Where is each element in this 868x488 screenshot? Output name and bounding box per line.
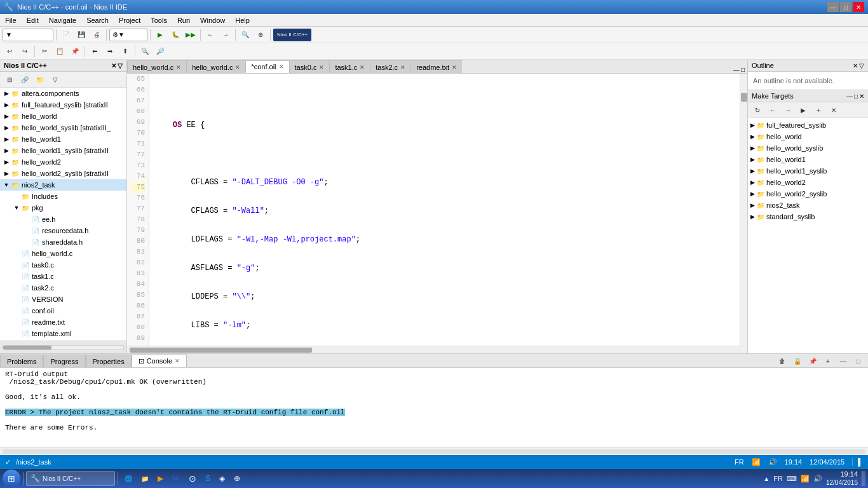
tree-item-hw2-syslib[interactable]: ▶ 📁 hello_world2_syslib [stratixII: [0, 168, 126, 179]
mt-delete-button[interactable]: ✕: [827, 104, 841, 116]
pe-link-editor[interactable]: 🔗: [18, 73, 32, 86]
tab-close-icon[interactable]: ✕: [235, 64, 240, 71]
pe-menu-icon[interactable]: ▽: [118, 62, 123, 69]
expand-icon[interactable]: ▶: [3, 113, 10, 119]
console-close-icon[interactable]: ✕: [175, 358, 180, 364]
tree-item-task1[interactable]: 📄 task1.c: [0, 271, 126, 282]
tree-item-hello-world[interactable]: ▶ 📁 hello_world: [0, 111, 126, 122]
mt-expand-icon[interactable]: ▶: [750, 179, 755, 186]
tree-item-hw1-syslib[interactable]: ▶ 📁 hello_world1_syslib [stratixII: [0, 145, 126, 156]
tree-item-shareddata[interactable]: 📄 shareddata.h: [0, 236, 126, 248]
expand-icon[interactable]: ▶: [3, 90, 10, 97]
taskbar-network-button[interactable]: ⊕: [230, 471, 244, 486]
tab-hello-world-2[interactable]: hello_world.c ✕: [186, 60, 245, 73]
tree-item-nios2-task[interactable]: ▼ 📁 nios2_task: [0, 179, 126, 191]
new-button[interactable]: 📄: [59, 29, 73, 41]
pe-filter[interactable]: ▽: [48, 73, 62, 86]
mt-item-hello-world[interactable]: ▶ 📁 hello_world: [748, 131, 868, 142]
scrollbar-thumb[interactable]: [741, 93, 747, 102]
tab-task1[interactable]: task1.c ✕: [329, 60, 370, 73]
nav-up-button[interactable]: ⬆: [118, 45, 132, 58]
mt-expand-icon[interactable]: ▶: [750, 133, 755, 140]
console-scroll-lock-button[interactable]: 🔒: [790, 355, 804, 367]
mt-item-hw1[interactable]: ▶ 📁 hello_world1: [748, 154, 868, 165]
expand-icon[interactable]: ▶: [3, 102, 10, 108]
mt-minimize-icon[interactable]: —: [846, 93, 853, 100]
tab-task2[interactable]: task2.c ✕: [370, 60, 410, 73]
menu-item-navigate[interactable]: Navigate: [44, 14, 81, 26]
mt-expand-icon[interactable]: ▶: [750, 202, 755, 208]
pe-close-icon[interactable]: ✕: [111, 62, 116, 69]
taskbar-ide-button[interactable]: 🔧 Nios II C/C++: [26, 471, 115, 486]
tree-item-hw2[interactable]: ▶ 📁 hello_world2: [0, 156, 126, 168]
tab-conf-oil[interactable]: *conf.oil ✕: [245, 60, 288, 73]
menu-item-edit[interactable]: Edit: [22, 14, 44, 26]
mt-item-hw2[interactable]: ▶ 📁 hello_world2: [748, 177, 868, 188]
tab-properties[interactable]: Properties: [86, 355, 132, 367]
close-button[interactable]: ✕: [853, 2, 864, 12]
expand-icon[interactable]: ▶: [3, 136, 10, 142]
nav-fwd-button[interactable]: ➡: [103, 45, 117, 58]
taskbar-media-button[interactable]: ▶: [154, 471, 167, 486]
mt-item-nios2-task[interactable]: ▶ 📁 nios2_task: [748, 200, 868, 211]
mt-item-hw1-syslib[interactable]: ▶ 📁 hello_world1_syslib: [748, 165, 868, 177]
show-desktop-button[interactable]: [862, 471, 865, 486]
code-content[interactable]: OS EE { CFLAGS = "-DALT_DEBUG -O0 -g"; C…: [149, 74, 740, 346]
mt-back-button[interactable]: ←: [766, 104, 780, 116]
pe-hscrollbar[interactable]: [3, 345, 124, 350]
editor-hscrollbar[interactable]: [127, 346, 740, 353]
redo-button[interactable]: ↪: [18, 45, 32, 58]
tree-item-version[interactable]: 📄 VERSION: [0, 294, 126, 305]
expand-icon[interactable]: ▼: [13, 205, 20, 211]
mt-add-button[interactable]: +: [811, 104, 825, 116]
tree-item-template[interactable]: 📄 template.xml: [0, 328, 126, 339]
tab-close-icon[interactable]: ✕: [360, 64, 365, 71]
zoom-out-button[interactable]: 🔎: [153, 45, 167, 58]
tab-console[interactable]: ⊡Console ✕: [132, 355, 187, 367]
editor-vscrollbar[interactable]: [740, 74, 747, 346]
start-button[interactable]: ⊞: [3, 470, 20, 487]
tree-item-readme[interactable]: 📄 readme.txt: [0, 316, 126, 328]
tab-close-icon[interactable]: ✕: [176, 64, 181, 71]
tree-item-pkg[interactable]: ▼ 📁 pkg: [0, 202, 126, 214]
expand-icon[interactable]: ▶: [3, 125, 10, 131]
mt-item-std-syslib[interactable]: ▶ 📁 standard_syslib: [748, 211, 868, 222]
tree-item-includes[interactable]: 📁 Includes: [0, 191, 126, 202]
undo-button[interactable]: ↩: [3, 45, 17, 58]
console-pin-button[interactable]: 📌: [806, 355, 820, 367]
pe-collapse-all[interactable]: ⊟: [3, 73, 17, 86]
menu-item-window[interactable]: Window: [195, 14, 230, 26]
run-button[interactable]: ▶▶: [184, 29, 198, 41]
console-clear-button[interactable]: 🗑: [775, 355, 789, 367]
project-dropdown[interactable]: ▼: [3, 29, 53, 41]
save-button[interactable]: 💾: [74, 29, 88, 41]
mt-expand-icon[interactable]: ▶: [750, 145, 755, 151]
back-button[interactable]: ←: [203, 29, 217, 41]
mt-refresh-button[interactable]: ↻: [750, 104, 764, 116]
mt-item-hw-syslib[interactable]: ▶ 📁 hello_world_syslib: [748, 142, 868, 154]
mt-close-icon[interactable]: ✕: [859, 93, 864, 100]
taskbar-files-button[interactable]: 📁: [137, 471, 153, 486]
code-editor[interactable]: 65 66 67 68 69 70 71 72 73 74 75 76 77 7…: [127, 74, 747, 346]
outline-close-icon[interactable]: ✕: [853, 62, 858, 69]
outline-menu-icon[interactable]: ▽: [859, 62, 864, 69]
tree-item-task0[interactable]: 📄 task0.c: [0, 259, 126, 271]
tree-item-eeh[interactable]: 📄 ee.h: [0, 214, 126, 225]
config-dropdown[interactable]: ⚙▼: [109, 29, 147, 41]
taskbar-chrome-button[interactable]: ⊙: [185, 471, 200, 486]
expand-icon[interactable]: ▶: [3, 170, 10, 177]
minimize-button[interactable]: —: [827, 2, 839, 12]
pe-new-folder[interactable]: 📁: [33, 73, 47, 86]
paste-button[interactable]: 📌: [68, 45, 82, 58]
menu-item-help[interactable]: Help: [230, 14, 255, 26]
hscroll-thumb[interactable]: [130, 348, 312, 353]
console-hscrollbar[interactable]: [0, 447, 868, 455]
cut-button[interactable]: ✂: [37, 45, 51, 58]
editor-minimize-icon[interactable]: —: [733, 66, 740, 73]
maximize-button[interactable]: □: [840, 2, 851, 12]
expand-icon[interactable]: ▼: [3, 182, 10, 188]
copy-button[interactable]: 📋: [53, 45, 67, 58]
mt-expand-icon[interactable]: ▶: [750, 168, 755, 174]
ref-button[interactable]: ⊕: [254, 29, 268, 41]
tab-hello-world-1[interactable]: hello_world.c ✕: [127, 60, 186, 73]
